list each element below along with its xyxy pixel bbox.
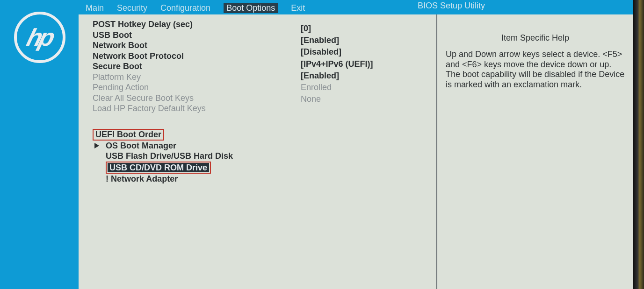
boot-item-os-boot-manager[interactable]: OS Boot Manager [93,141,301,151]
hp-logo-text: hp [24,23,56,51]
help-title: Item Specific Help [446,33,625,43]
value-usb-boot[interactable]: [Enabled] [301,35,436,46]
boot-item-usb-flash-drive[interactable]: USB Flash Drive/USB Hard Disk [93,151,301,162]
boot-item-label: USB Flash Drive/USB Hard Disk [106,151,233,161]
uefi-boot-order-heading: UEFI Boot Order [93,129,164,141]
setting-load-hp-defaults: Load HP Factory Default Keys [93,103,301,114]
value-network-boot-protocol[interactable]: [IPv4+IPv6 (UEFI)] [301,58,436,70]
setting-secure-boot[interactable]: Secure Boot [93,61,301,72]
boot-item-label: ! Network Adapter [106,174,178,183]
photo-edge [633,0,644,289]
tab-bar: Main Security Configuration Boot Options… [86,3,305,13]
setting-usb-boot[interactable]: USB Boot [93,30,301,41]
tab-configuration[interactable]: Configuration [160,3,210,13]
brand-panel: hp [0,0,79,289]
settings-labels-column: POST Hotkey Delay (sec) USB Boot Network… [79,14,301,289]
boot-item-network-adapter[interactable]: ! Network Adapter [93,174,301,184]
boot-item-label: OS Boot Manager [106,141,176,150]
value-network-boot[interactable]: [Disabled] [301,46,436,58]
setting-clear-secure-boot-keys: Clear All Secure Boot Keys [93,93,301,104]
boot-item-usb-cd-dvd[interactable]: USB CD/DVD ROM Drive [106,162,211,174]
setting-platform-key: Platform Key [93,72,301,83]
setting-post-hotkey-delay[interactable]: POST Hotkey Delay (sec) [93,19,301,30]
setting-network-boot-protocol[interactable]: Network Boot Protocol [93,51,301,62]
help-panel: Item Specific Help Up and Down arrow key… [436,14,633,289]
settings-values-column: [0] [Enabled] [Disabled] [IPv4+IPv6 (UEF… [301,14,436,289]
utility-title: BIOS Setup Utility [418,1,485,11]
value-pending-action: None [301,93,436,105]
setting-pending-action: Pending Action [93,82,301,93]
value-platform-key: Enrolled [301,82,436,93]
setting-network-boot[interactable]: Network Boot [93,40,301,51]
bios-header: BIOS Setup Utility Main Security Configu… [79,0,644,14]
value-secure-boot[interactable]: [Enabled] [301,70,436,82]
tab-boot-options[interactable]: Boot Options [224,3,278,13]
hp-logo-icon: hp [14,12,65,63]
tab-exit[interactable]: Exit [291,3,305,13]
boot-item-label: USB CD/DVD ROM Drive [108,163,209,172]
tab-main[interactable]: Main [86,3,104,13]
tab-security[interactable]: Security [117,3,147,13]
value-post-hotkey-delay[interactable]: [0] [301,23,436,35]
content-area: POST Hotkey Delay (sec) USB Boot Network… [79,14,633,289]
help-body: Up and Down arrow keys select a device. … [446,49,625,90]
